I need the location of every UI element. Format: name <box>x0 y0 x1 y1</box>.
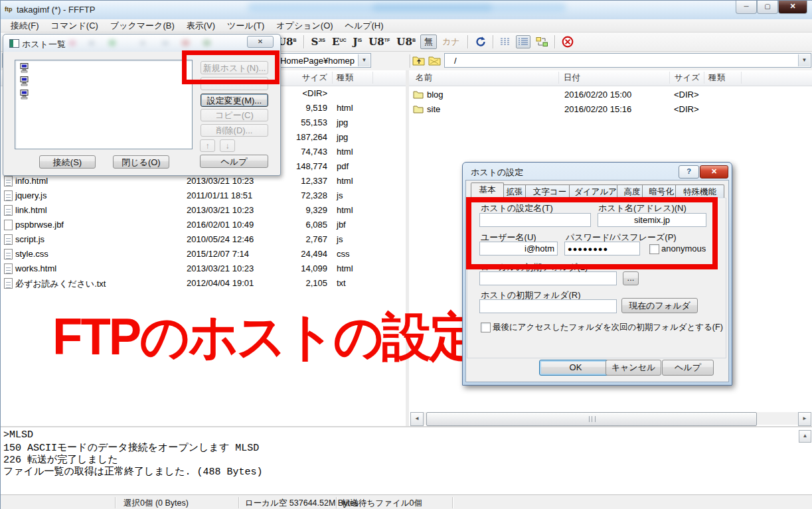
no-conversion-toggle[interactable]: 無 <box>420 35 437 49</box>
help-button[interactable]: ヘルプ <box>662 360 714 376</box>
chevron-down-icon[interactable]: ▼ <box>358 54 370 66</box>
table-row[interactable]: pspbrwse.jbf2016/02/01 10:496,085jbf <box>1 218 406 232</box>
close-icon: ✕ <box>789 2 795 10</box>
close-button[interactable]: ✕ <box>778 1 807 14</box>
charset-jis-icon[interactable]: J IS <box>351 36 365 48</box>
table-row[interactable]: script.js2010/05/24 12:462,767js <box>1 232 406 247</box>
dialog-close-button[interactable]: ✕ <box>700 165 728 179</box>
tab-dialup[interactable]: ダイアルアップ <box>569 184 622 198</box>
help-button[interactable]: ヘルプ <box>200 155 268 168</box>
dialog-help-button[interactable]: ? <box>679 165 699 179</box>
folder-up-icon[interactable] <box>412 54 426 69</box>
move-up-button[interactable]: ↑ <box>200 139 215 152</box>
table-row[interactable]: info.html2013/03/21 10:2312,337html <box>1 174 406 188</box>
menu-option[interactable]: オプション(O) <box>270 19 339 33</box>
minimize-button[interactable]: ─ <box>736 1 757 14</box>
table-row[interactable]: works.html2013/03/21 10:2314,099html <box>1 261 406 276</box>
remote-path-combobox[interactable]: / ▼ <box>444 53 811 68</box>
log-area[interactable]: >MLSD 150 ASCIIモードのデータ接続をオープンします MLSD 22… <box>1 426 812 496</box>
toolbar-separator <box>303 35 305 48</box>
charset-utf8-icon[interactable]: U8 TF <box>366 36 392 48</box>
file-icon <box>4 205 13 216</box>
remote-header-type[interactable]: 種類 <box>708 72 725 84</box>
table-row[interactable]: blog 2016/02/20 15:00 <DIR> <box>409 88 812 102</box>
menu-tool[interactable]: ツール(T) <box>221 19 270 33</box>
tab-special[interactable]: 特殊機能 <box>675 184 724 198</box>
cancel-button[interactable]: キャンセル <box>606 360 661 376</box>
table-row[interactable]: jquery.js2011/01/11 18:5172,328js <box>1 188 406 203</box>
table-row[interactable]: link.html2013/03/21 10:239,329html <box>1 203 406 218</box>
folder-icon <box>413 104 424 115</box>
abort-transfer-icon[interactable] <box>562 36 574 48</box>
menu-command[interactable]: コマンド(C) <box>45 19 104 33</box>
remote-header-date[interactable]: 日付 <box>564 72 580 84</box>
current-folder-button[interactable]: 現在のフォルダ <box>621 298 698 313</box>
charset-utf8bom-icon[interactable]: U8 B <box>394 36 418 48</box>
table-row[interactable]: style.css2015/12/07 7:1424,494css <box>1 247 406 261</box>
table-row[interactable]: 必ずお読みください.txt2012/04/04 19:012,105txt <box>1 276 406 291</box>
scrollbar-thumb[interactable] <box>426 412 757 426</box>
file-icon <box>4 263 13 274</box>
detail-view-icon[interactable] <box>516 35 530 48</box>
file-icon <box>4 176 13 186</box>
list-view-icon[interactable] <box>500 37 511 46</box>
blur-censor <box>203 39 211 46</box>
log-line: ファイル一覧の取得は正常終了しました. (488 Bytes) <box>3 465 263 478</box>
scroll-right-icon[interactable]: ► <box>798 412 811 426</box>
file-icon <box>4 278 13 289</box>
local-header-type[interactable]: 種類 <box>337 72 353 84</box>
charset-sjis-icon[interactable]: S JIS <box>309 36 327 48</box>
log-line: >MLSD <box>3 429 33 441</box>
scroll-up-icon[interactable]: ▲ <box>799 430 811 443</box>
blur-censor <box>68 40 76 46</box>
host-list-title-bar: ホスト一覧 ✕ <box>3 35 280 52</box>
maximize-button[interactable]: ▢ <box>757 1 778 14</box>
list-item[interactable] <box>19 90 192 103</box>
file-icon <box>4 220 13 230</box>
file-icon <box>4 190 13 201</box>
remote-header-name[interactable]: 名前 <box>416 72 432 84</box>
local-header-size[interactable]: サイズ <box>274 72 327 84</box>
close-dialog-button[interactable]: 閉じる(O) <box>113 155 169 169</box>
menu-bar: 接続(F) コマンド(C) ブックマーク(B) 表示(V) ツール(T) オプシ… <box>1 19 812 33</box>
charset-euc-icon[interactable]: E UC <box>330 36 349 48</box>
scroll-left-icon[interactable]: ◄ <box>410 412 424 426</box>
kana-conversion-toggle[interactable]: カナ <box>442 36 460 48</box>
menu-bookmark[interactable]: ブックマーク(B) <box>104 19 181 33</box>
status-selection: 選択0個 (0 Bytes) <box>123 498 189 509</box>
local-folder-input[interactable] <box>479 271 617 285</box>
delete-button[interactable]: 削除(D)... <box>201 124 268 137</box>
list-item[interactable] <box>19 76 192 90</box>
tab-basic[interactable]: 基本 <box>471 182 504 198</box>
remote-horizontal-scrollbar[interactable]: ◄ ► <box>410 412 811 425</box>
move-down-button[interactable]: ↓ <box>220 139 235 152</box>
file-icon <box>4 234 13 245</box>
blur-censor <box>181 39 190 46</box>
mirror-upload-icon[interactable] <box>536 36 548 47</box>
table-row[interactable]: site 2016/02/20 15:16 <DIR> <box>409 102 812 117</box>
menu-connect[interactable]: 接続(F) <box>5 19 45 33</box>
chevron-down-icon[interactable]: ▼ <box>798 54 810 66</box>
host-list-box[interactable] <box>15 60 193 149</box>
remote-header-size[interactable]: サイズ <box>648 72 700 84</box>
tab-charset[interactable]: 文字コード <box>525 184 574 198</box>
host-folder-input[interactable] <box>479 299 617 313</box>
menu-help[interactable]: ヘルプ(H) <box>339 19 390 33</box>
modify-settings-button[interactable]: 設定変更(M)... <box>201 94 268 107</box>
list-item[interactable] <box>19 63 192 76</box>
last-folder-checkbox[interactable] <box>481 323 491 332</box>
ok-button[interactable]: OK <box>539 360 612 376</box>
blur-censor <box>108 39 116 46</box>
host-settings-dialog: ホストの設定 ? ✕ 基本 拡張 文字コード ダイアルアップ 高度 暗号化 特殊… <box>462 162 732 386</box>
connect-button[interactable]: 接続(S) <box>39 155 96 169</box>
dialog-icon <box>9 39 19 48</box>
copy-button[interactable]: コピー(C) <box>201 109 268 121</box>
title-bar: ftp takagimf (*) - FFFTP ─ ▢ ✕ <box>1 1 812 20</box>
file-icon <box>4 249 13 259</box>
app-icon: ftp <box>5 4 15 15</box>
browse-button[interactable]: ... <box>623 271 639 285</box>
host-list-close-button[interactable]: ✕ <box>247 36 274 48</box>
refresh-icon[interactable] <box>475 36 487 48</box>
new-folder-icon[interactable] <box>428 54 442 69</box>
menu-view[interactable]: 表示(V) <box>181 19 221 33</box>
